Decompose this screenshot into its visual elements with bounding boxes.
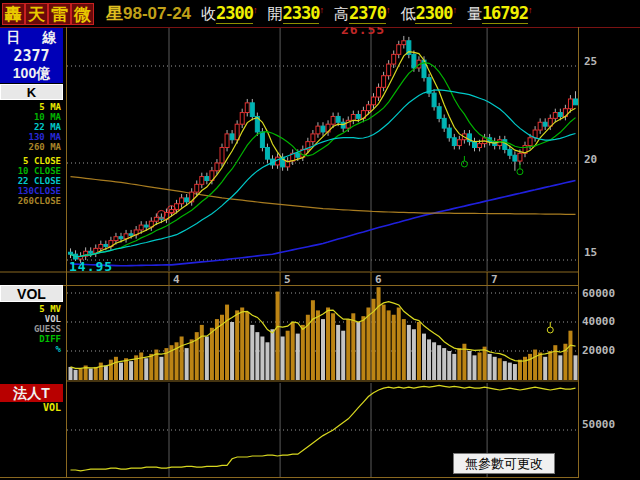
candle-body [225,134,229,148]
low-label: 低 [400,5,415,24]
candle-body [366,105,370,111]
chart-canvas [0,0,640,480]
institutional-mode-button[interactable]: 法人T [0,384,63,402]
candle-body [104,244,108,246]
low-field: 低 2300 ↑ [400,3,456,24]
volume-bar [417,322,421,380]
ma260-line [71,177,576,215]
volume-bar [518,360,522,380]
month-tick: 6 [375,273,382,286]
ma22-line [71,90,576,257]
volume-tick: 40000 [582,315,615,328]
volume-bar [422,334,426,380]
candle-body [508,149,512,155]
volume-bar [255,332,259,380]
institutional-vol-label: VOL [0,402,63,413]
close-value: 2300 [216,3,253,24]
volume-bar [281,337,285,381]
candle-body [392,54,396,64]
volume-bar [260,337,264,381]
volume-bar [432,342,436,380]
candle-body [240,113,244,125]
volume-bar [230,322,234,380]
volume-bar [473,355,477,380]
candle-body [402,41,406,45]
month-tick: 5 [284,273,291,286]
up-arrow-icon: ↑ [319,5,324,15]
volume-bar [543,357,547,380]
volume-value: 16792 [482,3,528,24]
candle-body [351,115,355,121]
date-label: 98-07-24 [123,4,191,24]
volume-bar [513,364,517,380]
volume-bar [361,316,365,380]
volume-bar [185,348,189,380]
volume-bar [94,367,98,380]
volume-bar [387,310,391,380]
drop-marker-icon [547,327,553,333]
candle-body [311,134,315,142]
high-field: 高 2370 ↑ [334,3,390,24]
candle-body [538,122,542,130]
up-arrow-icon: ↑ [452,5,457,15]
volume-bar [568,331,572,380]
app-title-char: 雷 [48,3,71,25]
volume-bar [366,308,370,381]
candle-body [447,128,451,138]
candle-body [412,54,416,68]
volume-bar [452,354,456,380]
vol-mode-button[interactable]: VOL [0,285,63,302]
close-legend: 5 CLOSE 10 CLOSE 22 CLOSE 130CLOSE 260CL… [0,156,63,206]
volume-label: 量 [467,5,482,24]
volume-bar [79,368,83,380]
candle-body [265,147,269,159]
legend-item: 130 MA [0,132,63,142]
candle-body [437,107,441,119]
drop-marker-icon [461,161,467,167]
volume-bar [291,322,295,380]
volume-bar [493,357,497,380]
volume-bar [225,305,229,380]
volume-bar [119,363,123,380]
open-field: 開 2330 ↑ [268,3,324,24]
candle-body [220,147,224,163]
price-tick: 15 [584,246,597,259]
volume-bar [124,358,128,380]
volume-bar [286,331,290,380]
volume-bar [296,334,300,380]
candle-body [356,115,360,119]
candle-body [568,99,572,109]
volume-bar [457,348,461,380]
drop-marker-icon [517,169,523,175]
candle-body [69,252,73,254]
header-bar: 轟 天 雷 微 星 98-07-24 收 2300 ↑ 開 2330 ↑ 高 2… [0,0,640,27]
legend-item: 10 MA [0,112,63,122]
up-arrow-icon: ↑ [253,5,258,15]
volume-bar [139,352,143,380]
institutional-tick: 50000 [582,418,615,431]
volume-bar [336,325,340,380]
candle-body [170,210,174,213]
price-tick: 25 [584,55,597,68]
volume-bar [74,370,78,380]
app-title-char: 天 [25,3,48,25]
candle-body [321,126,325,132]
volume-bar [467,351,471,380]
month-tick: 4 [173,273,180,286]
volume-bar [250,325,254,380]
candle-body [215,163,219,171]
candle-body [432,93,436,107]
candle-body [114,237,118,241]
volume-bar [265,342,269,380]
candle-body [336,116,340,122]
candle-body [296,153,300,157]
volume-bar [407,325,411,380]
legend-item: 260 MA [0,142,63,152]
price-tick: 20 [584,153,597,166]
volume-bar [190,339,194,380]
candle-body [245,103,249,113]
k-mode-button[interactable]: K [0,84,63,100]
legend-item: 5 MV [0,304,63,314]
candle-body [250,103,254,117]
volume-bar [205,337,209,381]
